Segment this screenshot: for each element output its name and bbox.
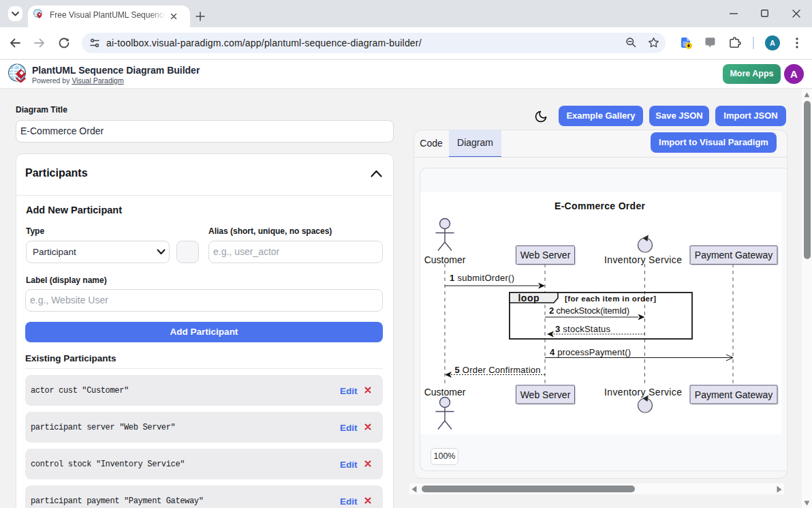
svg-text:Payment Gateway: Payment Gateway: [695, 250, 772, 260]
svg-text:Inventory Service: Inventory Service: [604, 254, 682, 265]
svg-text:Payment Gateway: Payment Gateway: [695, 389, 772, 400]
svg-text:loop: loop: [518, 293, 540, 303]
svg-text:Inventory Service: Inventory Service: [604, 387, 682, 398]
svg-text:4 processPayment(): 4 processPayment(): [550, 347, 631, 357]
svg-text:3 stockStatus: 3 stockStatus: [555, 324, 611, 334]
svg-text:5 Order Confirmation: 5 Order Confirmation: [455, 365, 541, 375]
svg-text:Web Server: Web Server: [520, 389, 571, 400]
svg-text:1 submitOrder(): 1 submitOrder(): [450, 273, 514, 283]
svg-text:Customer: Customer: [424, 254, 466, 265]
svg-text:[for each item in order]: [for each item in order]: [565, 295, 656, 303]
svg-text:E-Commerce Order: E-Commerce Order: [555, 200, 646, 211]
svg-text:Web Server: Web Server: [520, 250, 571, 260]
svg-text:Customer: Customer: [424, 387, 466, 398]
svg-text:2 checkStock(itemId): 2 checkStock(itemId): [549, 305, 629, 316]
